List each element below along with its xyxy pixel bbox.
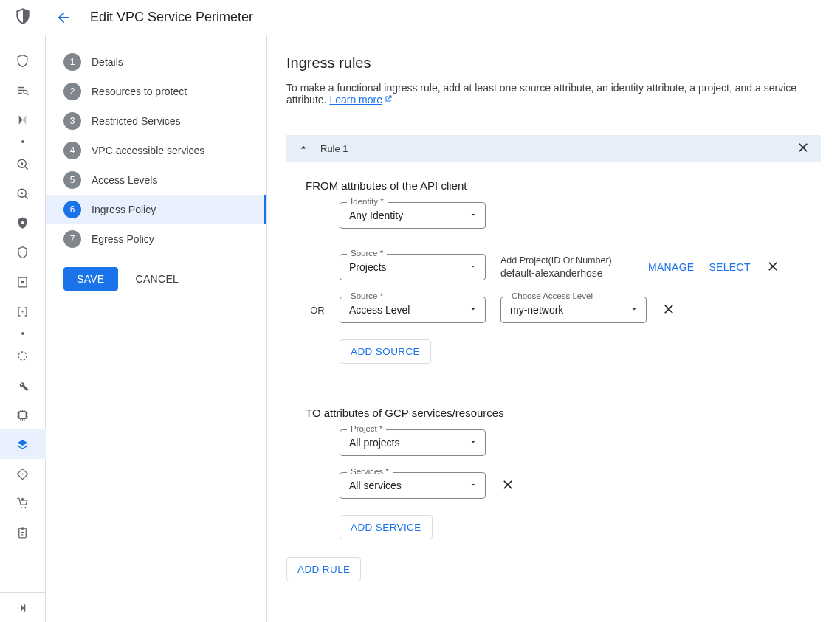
step-badge: 1 [63,53,81,71]
svg-rect-14 [19,528,27,538]
rail-item-detect-2[interactable] [8,179,38,208]
svg-rect-7 [21,280,24,283]
rail-item-wrench[interactable] [8,370,38,400]
save-button[interactable]: SAVE [63,267,118,291]
source-select-1[interactable]: Projects [340,254,486,280]
rail-item-circle[interactable] [8,341,38,370]
add-rule-button[interactable]: ADD RULE [286,557,361,581]
step-ingress-policy[interactable]: 6 Ingress Policy [46,195,266,224]
project-field: Project * All projects [340,429,486,456]
step-access-levels[interactable]: 5 Access Levels [46,165,266,195]
learn-more-link[interactable]: Learn more [329,94,393,106]
source-label-2: Source * [347,291,387,300]
step-label: Details [92,56,123,68]
rail-item-diamond[interactable] [8,459,38,488]
remove-source-button[interactable] [765,259,780,276]
rail-divider-2 [21,326,24,341]
svg-point-4 [21,192,23,194]
main-content: Ingress rules To make a functional ingre… [267,35,840,622]
chevron-up-icon [297,141,310,156]
rail-item-doc[interactable] [8,267,38,297]
rail-divider [21,134,24,149]
add-service-button[interactable]: ADD SERVICE [340,515,433,539]
caret-down-icon [469,304,478,316]
project-input-hint: Add Project(ID Or Number) [500,255,633,266]
rail-item-search[interactable] [8,75,38,105]
svg-rect-15 [21,527,24,529]
step-label: Egress Policy [92,233,154,245]
identity-label: Identity * [347,197,388,206]
section-description: To make a functional ingress rule, add a… [286,82,821,106]
step-resources[interactable]: 2 Resources to protect [46,77,266,106]
svg-rect-16 [24,604,25,611]
rail-item-brackets[interactable] [8,297,38,326]
svg-point-8 [21,311,23,312]
step-label: Resources to protect [92,86,187,97]
services-select[interactable]: All services [340,472,486,499]
remove-source-button-2[interactable] [661,302,676,319]
source-value-2: Access Level [349,304,410,316]
rule-header[interactable]: Rule 1 [286,135,821,162]
step-details[interactable]: 1 Details [46,47,266,77]
page-title: Edit VPC Service Perimeter [90,10,253,25]
source-label: Source * [347,249,387,258]
or-label: OR [307,305,328,316]
project-select-value: All projects [349,437,399,449]
services-field: Services * All services [340,472,486,499]
access-level-select[interactable]: my-network [500,297,647,323]
svg-point-2 [21,162,23,165]
source-value-1: Projects [349,261,387,273]
access-level-field: Choose Access Level my-network [500,297,647,323]
source-select-2[interactable]: Access Level [340,297,486,323]
step-badge: 6 [63,201,81,218]
svg-point-0 [24,90,27,94]
select-button[interactable]: SELECT [709,261,750,273]
step-label: VPC accessible services [92,145,204,156]
step-restricted[interactable]: 3 Restricted Services [46,106,266,136]
services-label: Services * [347,467,393,476]
svg-point-11 [21,473,23,474]
source-field-1: Source * Projects [340,254,486,280]
shield-icon [13,7,32,28]
step-badge: 2 [63,83,81,100]
rail-item-cart[interactable] [8,488,38,518]
svg-rect-10 [19,411,27,418]
identity-select[interactable]: Any Identity [340,202,486,229]
step-label: Ingress Policy [92,204,156,215]
step-badge: 3 [63,112,81,130]
rail-item-overview[interactable] [8,46,38,75]
step-badge: 4 [63,142,81,159]
rail-item-detect-1[interactable] [8,149,38,179]
back-button[interactable] [46,10,81,26]
step-label: Access Levels [92,174,157,186]
services-value: All services [349,480,402,491]
cancel-button[interactable]: CANCEL [136,273,179,285]
identity-field: Identity * Any Identity [340,202,486,229]
manage-button[interactable]: MANAGE [648,261,694,273]
caret-down-icon [469,210,478,221]
rail-item-clipboard[interactable] [8,518,38,547]
rail-item-shield-solid[interactable] [8,208,38,238]
delete-rule-button[interactable] [796,140,810,157]
remove-service-button[interactable] [500,477,515,494]
source-field-2: Source * Access Level [340,297,486,323]
project-select[interactable]: All projects [340,429,486,456]
step-egress-policy[interactable]: 7 Egress Policy [46,224,266,254]
project-label: Project * [347,424,386,433]
rule-name: Rule 1 [320,143,348,154]
rail-item-hardware[interactable] [8,400,38,429]
add-source-button[interactable]: ADD SOURCE [340,339,431,364]
product-logo-area [0,0,46,35]
nav-rail [0,35,46,622]
identity-value: Any Identity [349,210,403,221]
learn-more-text: Learn more [329,94,382,106]
step-vpc-accessible[interactable]: 4 VPC accessible services [46,136,266,165]
access-level-value: my-network [510,304,563,316]
project-input-value[interactable]: default-alexanderhose [500,267,633,280]
caret-down-icon [469,480,478,491]
rail-item-vpc-sc[interactable] [0,429,46,459]
rail-expand-button[interactable] [0,592,46,622]
caret-down-icon [630,304,638,316]
rail-item-shield-outline[interactable] [8,238,38,267]
rail-item-vuln[interactable] [8,105,38,134]
